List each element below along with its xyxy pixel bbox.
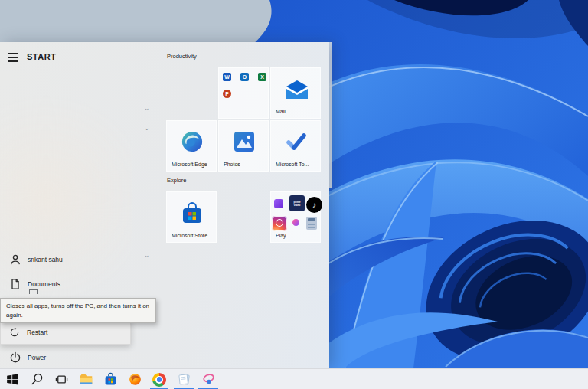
calculator-icon [306, 217, 317, 230]
word-icon: W [223, 73, 231, 81]
tiktok-icon: ♪ [306, 197, 322, 213]
power-icon [9, 351, 21, 364]
sidebar-item-documents[interactable]: Documents [0, 275, 132, 293]
restart-icon [9, 327, 20, 338]
paint-icon [201, 372, 216, 387]
excel-icon: X [258, 73, 266, 81]
instagram-icon [272, 216, 287, 231]
user-name-label: srikant sahu [28, 256, 63, 263]
tile-photos[interactable]: Photos [218, 120, 269, 172]
hamburger-icon[interactable] [8, 53, 18, 62]
taskbar-search-button[interactable] [24, 369, 49, 389]
todo-check-icon [286, 132, 306, 152]
edge-icon [181, 130, 204, 153]
notepad-button[interactable] [172, 369, 196, 389]
start-menu: START srikant sahu Documents Closes all … [0, 42, 329, 368]
start-menu-title: START [27, 52, 56, 61]
chevron-down-icon[interactable]: ⌄ [144, 252, 150, 259]
chrome-icon [152, 373, 166, 387]
tile-play-folder[interactable]: prime video ♪ Play [270, 191, 321, 243]
tooltip-text: Closes all apps, turns off the PC, and t… [6, 302, 149, 319]
search-icon [30, 372, 44, 387]
mail-icon [285, 79, 309, 100]
store-bag-icon [181, 202, 204, 225]
user-icon [9, 253, 21, 266]
restart-tooltip: Closes all apps, turns off the PC, and t… [0, 298, 156, 323]
firefox-icon [128, 372, 142, 387]
file-explorer-button[interactable] [74, 369, 98, 389]
tile-office-folder[interactable]: W O X P [218, 67, 269, 119]
menu-edge-highlight [329, 42, 332, 188]
restart-label: Restart [27, 329, 47, 336]
taskbar [0, 368, 588, 389]
paint-app-button[interactable] [196, 369, 220, 389]
taskbar-icons [0, 369, 588, 389]
tile-microsoft-todo[interactable]: Microsoft To... [270, 120, 321, 172]
store-icon [103, 372, 118, 387]
file-explorer-icon [79, 372, 93, 387]
clipchamp-icon [274, 199, 283, 208]
tile-label: Microsoft Edge [172, 162, 207, 167]
chevron-down-icon[interactable]: ⌄ [144, 125, 150, 132]
chevron-down-icon[interactable]: ⌄ [144, 105, 150, 112]
prime-video-icon: prime video [289, 195, 305, 211]
tile-label: Microsoft Store [172, 233, 207, 238]
document-icon [9, 278, 21, 290]
tile-label: Photos [224, 162, 240, 167]
messenger-icon [292, 219, 299, 226]
windows-logo-icon [5, 372, 20, 387]
restart-button[interactable]: Restart [1, 320, 130, 344]
start-button[interactable] [0, 369, 24, 389]
sidebar-item-power[interactable]: Power [0, 348, 132, 367]
store-taskbar-button[interactable] [98, 369, 122, 389]
outlook-icon: O [240, 73, 249, 81]
task-view-icon [54, 372, 69, 387]
power-label: Power [28, 354, 46, 361]
photos-icon [234, 132, 254, 152]
notepad-icon [177, 372, 191, 387]
powerpoint-icon: P [223, 90, 231, 98]
tile-label: Mail [276, 109, 286, 114]
tile-label: Play [276, 233, 286, 238]
task-view-button[interactable] [49, 369, 74, 389]
group-label-explore: Explore [167, 177, 186, 184]
sidebar-item-user[interactable]: srikant sahu [0, 250, 132, 269]
firefox-button[interactable] [122, 369, 147, 389]
tile-label: Microsoft To... [276, 162, 309, 167]
documents-label: Documents [28, 280, 60, 288]
tile-microsoft-edge[interactable]: Microsoft Edge [166, 120, 217, 172]
chrome-button[interactable] [147, 369, 172, 389]
tile-microsoft-store[interactable]: Microsoft Store [166, 191, 217, 243]
pictures-icon[interactable] [29, 289, 38, 294]
group-label-productivity: Productivity [167, 53, 197, 60]
start-menu-header: START [0, 48, 132, 68]
tile-mail[interactable]: Mail [270, 67, 321, 119]
